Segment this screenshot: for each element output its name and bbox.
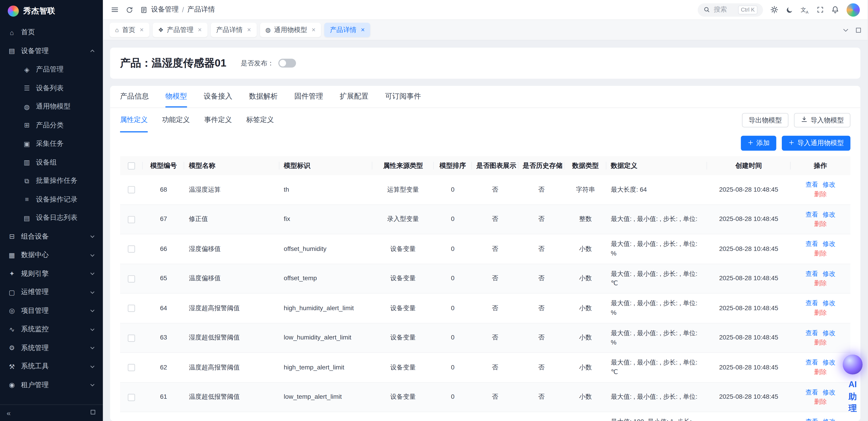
tab-item[interactable]: 设备接入 xyxy=(204,86,232,107)
sidebar-item[interactable]: ⌂ 首页 xyxy=(0,23,103,42)
sidebar-item[interactable]: ✦ 规则引擎 xyxy=(0,264,103,283)
sidebar-subitem[interactable]: ☰ 设备列表 xyxy=(0,79,103,97)
notifications-icon[interactable] xyxy=(831,5,839,14)
sidebar-subitem[interactable]: ≡ 设备操作记录 xyxy=(0,190,103,209)
row-checkbox[interactable] xyxy=(128,186,135,194)
avatar[interactable] xyxy=(846,3,860,16)
tab-chip[interactable]: ❖ 产品管理 × xyxy=(152,23,207,37)
subtab-item[interactable]: 事件定义 xyxy=(204,108,232,132)
tab-chip[interactable]: ◍ 通用物模型 × xyxy=(260,23,321,37)
delete-link[interactable]: 删除 xyxy=(814,220,827,227)
sidebar-item[interactable]: ∿ 系统监控 xyxy=(0,320,103,339)
dark-mode-icon[interactable] xyxy=(786,6,794,13)
edit-link[interactable]: 修改 xyxy=(823,211,835,217)
sidebar-subitem[interactable]: ⊞ 产品分类 xyxy=(0,116,103,135)
delete-link[interactable]: 删除 xyxy=(814,369,827,375)
view-link[interactable]: 查看 xyxy=(805,329,818,336)
delete-link[interactable]: 删除 xyxy=(814,339,827,345)
tab-active[interactable]: 物模型 xyxy=(165,86,187,107)
view-link[interactable]: 查看 xyxy=(805,389,818,395)
column-header[interactable]: 操作 xyxy=(790,156,850,175)
tab-chip[interactable]: ⌂ 首页 × xyxy=(110,23,149,37)
close-icon[interactable]: × xyxy=(247,26,251,34)
ai-assistant-icon[interactable] xyxy=(843,355,863,374)
tabs-maximize-icon[interactable] xyxy=(855,26,862,34)
pin-sidebar-icon[interactable] xyxy=(90,409,96,417)
subtab-item[interactable]: 功能定义 xyxy=(162,108,190,132)
import-common-model-button[interactable]: 导入通用物模型 xyxy=(782,136,850,151)
tab-item[interactable]: 产品信息 xyxy=(120,86,149,107)
row-checkbox[interactable] xyxy=(128,334,135,341)
close-icon[interactable]: × xyxy=(312,26,315,34)
view-link[interactable]: 查看 xyxy=(805,241,818,247)
delete-link[interactable]: 删除 xyxy=(814,398,827,405)
sidebar-item[interactable]: ◉ 租户管理 xyxy=(0,376,103,394)
select-all-checkbox[interactable] xyxy=(128,162,135,170)
close-icon[interactable]: × xyxy=(140,26,144,34)
row-checkbox[interactable] xyxy=(128,246,135,253)
tab-item[interactable]: 扩展配置 xyxy=(340,86,369,107)
publish-toggle[interactable] xyxy=(278,59,296,68)
subtab-active[interactable]: 属性定义 xyxy=(120,108,148,132)
sidebar-subitem[interactable]: ▣ 采集任务 xyxy=(0,135,103,153)
sidebar-item[interactable]: ▤ 设备管理 xyxy=(0,42,103,60)
close-icon[interactable]: × xyxy=(198,26,202,34)
breadcrumb-item[interactable]: 产品详情 xyxy=(187,5,215,14)
tab-item[interactable]: 固件管理 xyxy=(294,86,323,107)
sidebar-subitem[interactable]: ◍ 通用物模型 xyxy=(0,97,103,116)
edit-link[interactable]: 修改 xyxy=(823,300,835,306)
sidebar-item[interactable]: ◎ 项目管理 xyxy=(0,302,103,320)
column-header[interactable]: 数据定义 xyxy=(606,156,707,175)
import-model-button[interactable]: 导入物模型 xyxy=(794,113,850,128)
edit-link[interactable]: 修改 xyxy=(823,329,835,336)
view-link[interactable]: 查看 xyxy=(805,270,818,277)
delete-link[interactable]: 删除 xyxy=(814,191,827,197)
view-link[interactable]: 查看 xyxy=(805,300,818,306)
row-checkbox[interactable] xyxy=(128,305,135,312)
subtab-item[interactable]: 标签定义 xyxy=(246,108,274,132)
sidebar-subitem[interactable]: ⧉ 批量操作任务 xyxy=(0,172,103,190)
sidebar-item[interactable]: ▦ 数据中心 xyxy=(0,246,103,264)
tab-item[interactable]: 数据解析 xyxy=(249,86,278,107)
edit-link[interactable]: 修改 xyxy=(823,181,835,188)
settings-icon[interactable] xyxy=(770,5,779,14)
view-link[interactable]: 查看 xyxy=(805,181,818,188)
fullscreen-icon[interactable] xyxy=(817,6,824,13)
edit-link[interactable]: 修改 xyxy=(823,359,835,366)
delete-link[interactable]: 删除 xyxy=(814,309,827,316)
column-header[interactable]: 是否图表展示 xyxy=(472,156,518,175)
delete-link[interactable]: 删除 xyxy=(814,280,827,286)
close-icon[interactable]: × xyxy=(361,26,365,34)
view-link[interactable]: 查看 xyxy=(805,211,818,217)
edit-link[interactable]: 修改 xyxy=(823,241,835,247)
column-header[interactable]: 是否历史存储 xyxy=(518,156,564,175)
collapse-sidebar-icon[interactable]: « xyxy=(7,409,11,417)
sidebar-item[interactable]: ⚙ 系统管理 xyxy=(0,339,103,358)
row-checkbox[interactable] xyxy=(128,275,135,282)
tabs-dropdown-icon[interactable] xyxy=(842,26,849,34)
view-link[interactable]: 查看 xyxy=(805,418,818,421)
refresh-icon[interactable] xyxy=(126,6,133,13)
sidebar-subitem[interactable]: ▥ 设备组 xyxy=(0,153,103,172)
add-button[interactable]: 添加 xyxy=(741,136,776,151)
tab-chip[interactable]: 产品详情 × xyxy=(324,23,370,37)
search-input[interactable]: 搜索 Ctrl K xyxy=(698,3,763,16)
sidebar-subitem[interactable]: ◈ 产品管理 xyxy=(0,60,103,79)
sidebar-item[interactable]: ▢ 运维管理 xyxy=(0,283,103,302)
sidebar-subitem[interactable]: ▤ 设备日志列表 xyxy=(0,209,103,227)
tab-item[interactable]: 可订阅事件 xyxy=(385,86,421,107)
export-model-button[interactable]: 导出物模型 xyxy=(742,113,788,128)
column-header[interactable]: 模型标识 xyxy=(279,156,373,175)
ai-assistant-label[interactable]: AI助理 xyxy=(848,378,857,414)
edit-link[interactable]: 修改 xyxy=(823,389,835,395)
tab-chip[interactable]: 产品详情 × xyxy=(211,23,256,37)
column-header[interactable]: 属性来源类型 xyxy=(372,156,433,175)
edit-link[interactable]: 修改 xyxy=(823,270,835,277)
column-header[interactable]: 模型名称 xyxy=(184,156,279,175)
hamburger-menu-icon[interactable] xyxy=(111,5,119,14)
row-checkbox[interactable] xyxy=(128,216,135,223)
row-checkbox[interactable] xyxy=(128,364,135,371)
row-checkbox[interactable] xyxy=(128,394,135,401)
sidebar-item[interactable]: ⚒ 系统工具 xyxy=(0,357,103,376)
column-header[interactable]: 模型编号 xyxy=(143,156,184,175)
